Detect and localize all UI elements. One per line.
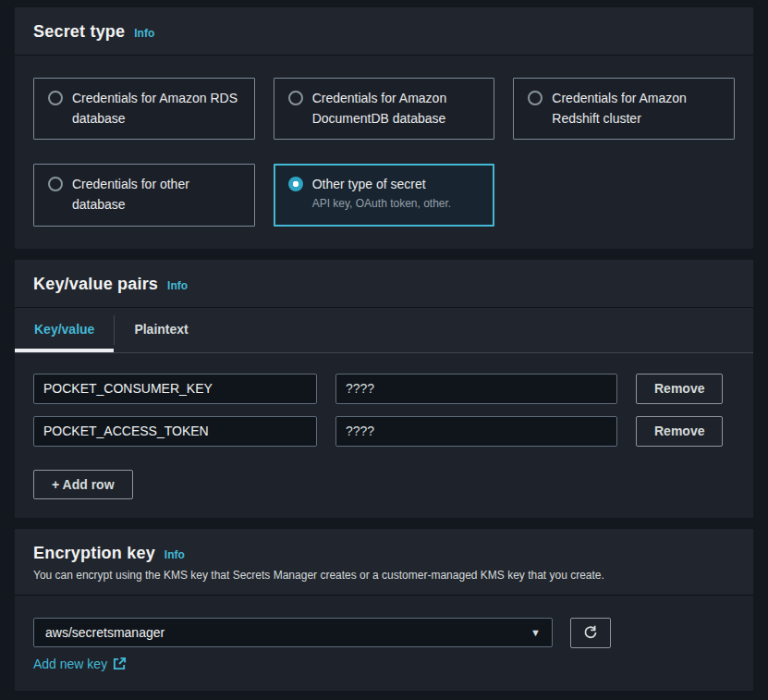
- radio-unchecked-icon[interactable]: [288, 91, 303, 105]
- option-other-database[interactable]: Credentials for other database: [33, 164, 255, 226]
- option-label: Credentials for other database: [72, 175, 240, 215]
- secret-key-input[interactable]: [33, 416, 317, 447]
- info-link[interactable]: Info: [134, 27, 154, 40]
- panel-title: Key/value pairs: [33, 275, 158, 294]
- kms-key-selected-value: aws/secretsmanager: [45, 625, 165, 640]
- kv-body: Remove Remove + Add row: [15, 353, 753, 518]
- secret-type-options: Credentials for Amazon RDS database Cred…: [15, 55, 753, 249]
- tab-key-value[interactable]: Key/value: [15, 308, 114, 352]
- option-other-type-of-secret[interactable]: Other type of secret API key, OAuth toke…: [274, 164, 495, 226]
- add-row-button[interactable]: + Add row: [33, 470, 133, 499]
- external-link-icon: [113, 657, 127, 670]
- option-documentdb[interactable]: Credentials for Amazon DocumentDB databa…: [274, 78, 495, 140]
- radio-unchecked-icon[interactable]: [528, 91, 542, 105]
- secret-value-input[interactable]: [335, 416, 617, 447]
- add-new-key-link[interactable]: Add new key: [33, 657, 127, 671]
- info-link[interactable]: Info: [167, 279, 188, 292]
- secret-type-panel: Secret type Info Credentials for Amazon …: [15, 7, 753, 249]
- option-sublabel: API key, OAuth token, other.: [312, 197, 452, 210]
- option-label: Other type of secret: [312, 175, 452, 195]
- option-label: Credentials for Amazon Redshift cluster: [552, 89, 720, 129]
- radio-checked-icon[interactable]: [288, 177, 303, 191]
- key-value-pairs-header: Key/value pairs Info: [15, 260, 753, 308]
- option-label: Credentials for Amazon DocumentDB databa…: [312, 89, 481, 129]
- secret-key-input[interactable]: [33, 374, 317, 404]
- key-value-pairs-panel: Key/value pairs Info Key/value Plaintext…: [15, 260, 753, 518]
- panel-title: Secret type: [33, 22, 125, 42]
- info-link[interactable]: Info: [165, 548, 185, 561]
- chevron-down-icon: ▼: [530, 627, 541, 638]
- option-rds[interactable]: Credentials for Amazon RDS database: [33, 78, 255, 140]
- encryption-key-body: aws/secretsmanager ▼ Add new key: [15, 596, 753, 691]
- kv-tabbar: Key/value Plaintext: [15, 308, 753, 353]
- encryption-key-description: You can encrypt using the KMS key that S…: [33, 569, 735, 582]
- refresh-button[interactable]: [570, 618, 611, 648]
- option-label: Credentials for Amazon RDS database: [72, 89, 240, 129]
- secret-value-input[interactable]: [335, 374, 617, 404]
- option-redshift[interactable]: Credentials for Amazon Redshift cluster: [513, 78, 735, 140]
- tab-plaintext[interactable]: Plaintext: [115, 308, 207, 352]
- secret-type-header: Secret type Info: [15, 7, 753, 55]
- encryption-key-header: Encryption key Info You can encrypt usin…: [15, 529, 753, 596]
- refresh-icon: [582, 624, 599, 641]
- radio-unchecked-icon[interactable]: [48, 177, 63, 191]
- kms-key-select[interactable]: aws/secretsmanager ▼: [33, 618, 553, 647]
- empty-grid-cell: [513, 164, 735, 226]
- remove-row-button[interactable]: Remove: [636, 374, 723, 404]
- radio-unchecked-icon[interactable]: [48, 91, 63, 105]
- kv-row: Remove: [33, 374, 735, 404]
- panel-title: Encryption key: [33, 544, 155, 563]
- remove-row-button[interactable]: Remove: [636, 416, 723, 447]
- kv-row: Remove: [33, 416, 735, 447]
- encryption-key-panel: Encryption key Info You can encrypt usin…: [15, 529, 753, 691]
- add-new-key-label: Add new key: [33, 657, 107, 671]
